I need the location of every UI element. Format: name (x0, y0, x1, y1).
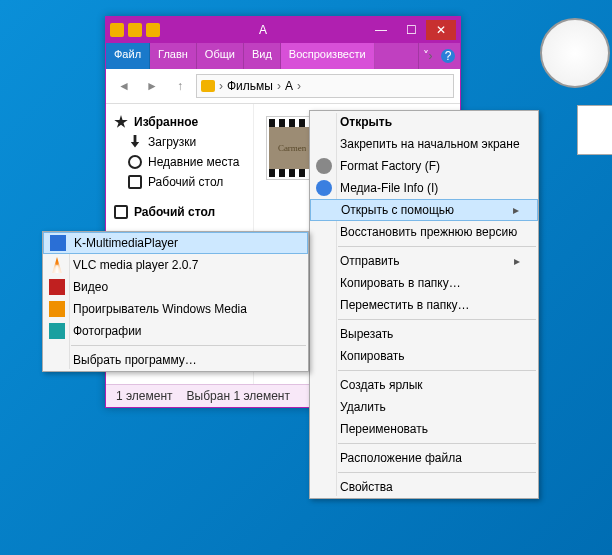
folder-icon (110, 23, 124, 37)
tab-home[interactable]: Главн (150, 43, 197, 69)
quick-access-icons (110, 23, 160, 37)
breadcrumb-seg[interactable]: Фильмы (227, 79, 273, 93)
status-selected: Выбран 1 элемент (187, 389, 290, 403)
openwith-kmplayer[interactable]: K-MultimediaPlayer (43, 232, 308, 254)
star-icon (114, 115, 128, 129)
calendar-gadget[interactable] (577, 105, 612, 155)
status-count: 1 элемент (116, 389, 173, 403)
openwith-photos[interactable]: Фотографии (43, 320, 308, 342)
nav-desktop-root[interactable]: Рабочий стол (110, 202, 249, 222)
desktop-icon (128, 175, 142, 189)
tab-file[interactable]: Файл (106, 43, 150, 69)
folder2-icon (146, 23, 160, 37)
ctx-open[interactable]: Открыть (310, 111, 538, 133)
breadcrumb[interactable]: Фильмы A (196, 74, 454, 98)
maximize-button[interactable]: ☐ (396, 20, 426, 40)
openwith-wmp[interactable]: Проигрыватель Windows Media (43, 298, 308, 320)
wmp-icon (49, 301, 65, 317)
ctx-open-with[interactable]: Открыть с помощью▸ (310, 199, 538, 221)
ctx-pin[interactable]: Закрепить на начальном экране (310, 133, 538, 155)
chevron-right-icon: ▸ (513, 203, 519, 217)
nav-downloads[interactable]: Загрузки (110, 132, 249, 152)
photos-icon (49, 323, 65, 339)
minimize-button[interactable]: — (366, 20, 396, 40)
back-button[interactable]: ◄ (112, 74, 136, 98)
recent-icon (128, 155, 142, 169)
chevron-right-icon: ▸ (514, 254, 520, 268)
ctx-location[interactable]: Расположение файла (310, 447, 538, 469)
address-bar-row: ◄ ► ↑ Фильмы A (106, 69, 460, 104)
ctx-media-info[interactable]: Медиа-File Info (I) (310, 177, 538, 199)
openwith-video[interactable]: Видео (43, 276, 308, 298)
clock-gadget[interactable] (540, 18, 610, 88)
download-icon (128, 135, 142, 149)
doc-icon (128, 23, 142, 37)
ctx-delete[interactable]: Удалить (310, 396, 538, 418)
titlebar[interactable]: A — ☐ ✕ (106, 17, 460, 43)
ctx-move-to[interactable]: Переместить в папку… (310, 294, 538, 316)
nav-desktop[interactable]: Рабочий стол (110, 172, 249, 192)
help-icon[interactable]: ? (436, 43, 460, 69)
kmplayer-icon (50, 235, 66, 251)
breadcrumb-seg[interactable]: A (285, 79, 293, 93)
tab-view[interactable]: Вид (244, 43, 281, 69)
ctx-restore[interactable]: Восстановить прежнюю версию (310, 221, 538, 243)
ctx-rename[interactable]: Переименовать (310, 418, 538, 440)
svg-text:?: ? (445, 49, 452, 63)
forward-button[interactable]: ► (140, 74, 164, 98)
ctx-cut[interactable]: Вырезать (310, 323, 538, 345)
gear-icon (316, 158, 332, 174)
ctx-copy[interactable]: Копировать (310, 345, 538, 367)
openwith-choose[interactable]: Выбрать программу… (43, 349, 308, 371)
nav-favorites[interactable]: Избранное (110, 112, 249, 132)
desktop-icon (114, 205, 128, 219)
ctx-properties[interactable]: Свойства (310, 476, 538, 498)
ctx-send-to[interactable]: Отправить▸ (310, 250, 538, 272)
ctx-format-factory[interactable]: Format Factory (F) (310, 155, 538, 177)
tab-share[interactable]: Общи (197, 43, 244, 69)
context-menu: Открыть Закрепить на начальном экране Fo… (309, 110, 539, 499)
info-icon (316, 180, 332, 196)
vlc-icon (49, 257, 65, 273)
ctx-shortcut[interactable]: Создать ярлык (310, 374, 538, 396)
up-button[interactable]: ↑ (168, 74, 192, 98)
drive-icon (201, 80, 215, 92)
ribbon-chevron-icon[interactable]: ˅ (418, 43, 436, 69)
open-with-submenu: K-MultimediaPlayer VLC media player 2.0.… (42, 231, 309, 372)
ctx-copy-to[interactable]: Копировать в папку… (310, 272, 538, 294)
video-app-icon (49, 279, 65, 295)
close-button[interactable]: ✕ (426, 20, 456, 40)
nav-recent[interactable]: Недавние места (110, 152, 249, 172)
tab-play[interactable]: Воспроизвести (281, 43, 375, 69)
openwith-vlc[interactable]: VLC media player 2.0.7 (43, 254, 308, 276)
window-title: A (168, 23, 358, 37)
ribbon: Файл Главн Общи Вид Воспроизвести ˅ ? (106, 43, 460, 69)
